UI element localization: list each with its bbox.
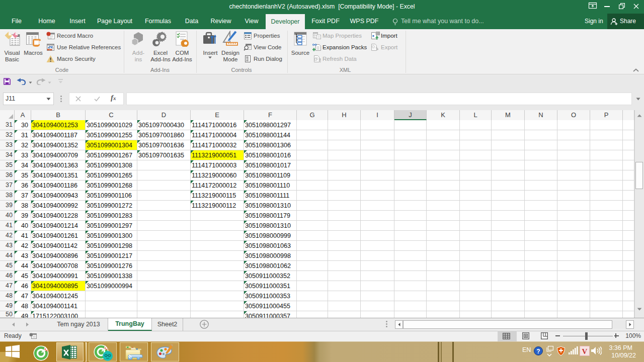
svg-text:?: ? (536, 348, 540, 355)
svg-text:V: V (582, 347, 588, 355)
